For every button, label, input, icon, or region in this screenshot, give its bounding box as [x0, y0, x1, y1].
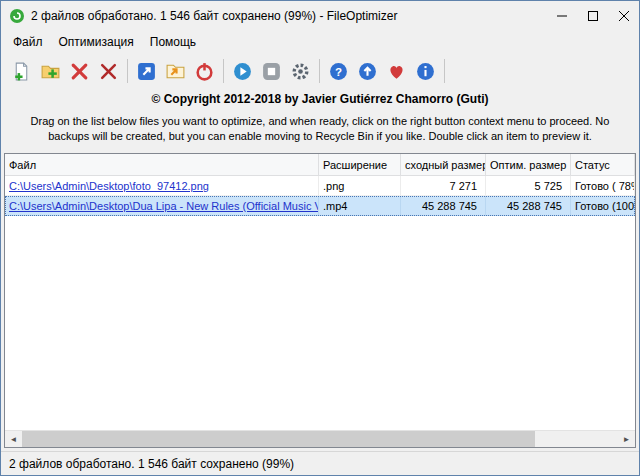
about-button[interactable] — [411, 57, 440, 86]
file-cell: C:\Users\Admin\Desktop\foto_97412.png — [5, 176, 319, 196]
optimize-icon — [136, 61, 157, 82]
optimized-size-cell: 45 288 745 — [486, 196, 571, 216]
optimize-button[interactable] — [132, 57, 161, 86]
toolbar-separator — [444, 59, 445, 83]
arrow-up-icon — [357, 61, 378, 82]
menu-optimization[interactable]: Оптимизация — [51, 32, 142, 52]
original-size-cell: 7 271 — [401, 176, 486, 196]
menu-help[interactable]: Помощь — [142, 32, 204, 52]
power-icon — [194, 61, 215, 82]
column-header-file[interactable]: Файл — [5, 154, 319, 175]
file-list: Файл Расширение сходный размер Оптим. ра… — [4, 153, 636, 448]
extension-cell: .png — [319, 176, 401, 196]
gear-icon — [290, 61, 311, 82]
help-icon: ? — [328, 61, 349, 82]
heart-icon — [386, 61, 407, 82]
status-text: 2 файлов обработано. 1 546 байт сохранен… — [9, 457, 294, 471]
app-icon — [9, 8, 25, 24]
svg-text:?: ? — [335, 65, 342, 77]
donate-button[interactable] — [382, 57, 411, 86]
file-cell: C:\Users\Admin\Desktop\Dua Lipa - New Ru… — [5, 196, 319, 216]
instructions-text: Drag on the list below files you want to… — [19, 114, 621, 145]
scroll-right-button[interactable]: ► — [618, 431, 635, 447]
open-folder-button[interactable] — [161, 57, 190, 86]
horizontal-scrollbar[interactable]: ◄ ► — [5, 430, 635, 447]
titlebar[interactable]: 2 файлов обработано. 1 546 байт сохранен… — [1, 1, 639, 31]
column-header-extension[interactable]: Расширение — [319, 154, 401, 175]
help-button[interactable]: ? — [324, 57, 353, 86]
extension-cell: .mp4 — [319, 196, 401, 216]
table-row[interactable]: C:\Users\Admin\Desktop\foto_97412.png .p… — [5, 176, 635, 196]
menubar: Файл Оптимизация Помощь — [1, 31, 639, 53]
add-folder-icon — [40, 61, 61, 82]
add-folder-button[interactable] — [36, 57, 65, 86]
copyright-text: © Copyright 2012-2018 by Javier Gutiérre… — [1, 92, 639, 106]
toolbar-separator — [319, 59, 320, 83]
optimized-size-cell: 5 725 — [486, 176, 571, 196]
toolbar-separator — [127, 59, 128, 83]
list-body: C:\Users\Admin\Desktop\foto_97412.png .p… — [5, 176, 635, 430]
add-files-icon — [11, 61, 32, 82]
original-size-cell: 45 288 745 — [401, 196, 486, 216]
add-files-button[interactable] — [7, 57, 36, 86]
clear-list-button[interactable] — [94, 57, 123, 86]
fileoptimizer-window: 2 файлов обработано. 1 546 байт сохранен… — [0, 0, 640, 476]
file-link[interactable]: C:\Users\Admin\Desktop\foto_97412.png — [9, 180, 209, 192]
exit-button[interactable] — [190, 57, 219, 86]
remove-entry-button[interactable] — [65, 57, 94, 86]
minimize-button[interactable] — [546, 1, 577, 31]
open-folder-icon — [165, 61, 186, 82]
status-cell: Готово (100%) — [571, 196, 635, 216]
menu-file[interactable]: Файл — [5, 32, 51, 52]
close-button[interactable] — [608, 1, 639, 31]
stop-icon — [261, 61, 282, 82]
start-button[interactable] — [228, 57, 257, 86]
window-controls — [546, 1, 639, 31]
info-icon — [415, 61, 436, 82]
column-header-optimized-size[interactable]: Оптим. размер — [486, 154, 571, 175]
clear-list-icon — [98, 61, 119, 82]
column-header-status[interactable]: Статус — [571, 154, 635, 175]
stop-button[interactable] — [257, 57, 286, 86]
column-header-original-size[interactable]: сходный размер — [401, 154, 486, 175]
table-row-selected[interactable]: C:\Users\Admin\Desktop\Dua Lipa - New Ru… — [5, 196, 635, 216]
remove-entry-icon — [69, 61, 90, 82]
maximize-button[interactable] — [577, 1, 608, 31]
list-header: Файл Расширение сходный размер Оптим. ра… — [5, 154, 635, 176]
play-icon — [232, 61, 253, 82]
scrollbar-track[interactable] — [22, 431, 618, 447]
toolbar: ? — [1, 53, 639, 89]
status-cell: Готово ( 78%). — [571, 176, 635, 196]
toolbar-separator — [223, 59, 224, 83]
file-link[interactable]: C:\Users\Admin\Desktop\Dua Lipa - New Ru… — [9, 200, 319, 212]
scroll-left-button[interactable]: ◄ — [5, 431, 22, 447]
update-button[interactable] — [353, 57, 382, 86]
statusbar: 2 файлов обработано. 1 546 байт сохранен… — [1, 451, 639, 475]
window-title: 2 файлов обработано. 1 546 байт сохранен… — [31, 9, 546, 23]
scrollbar-thumb[interactable] — [22, 431, 535, 447]
settings-button[interactable] — [286, 57, 315, 86]
